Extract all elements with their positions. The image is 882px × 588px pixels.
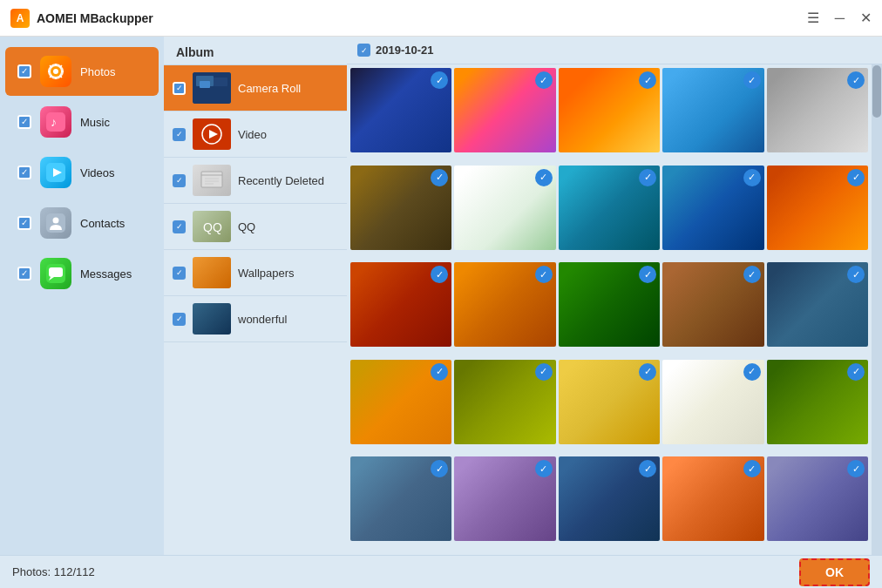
photo-cell[interactable]: ✓ xyxy=(559,262,660,347)
album-item-video[interactable]: Video xyxy=(164,112,347,158)
main-layout: Photos ♪ Music Videos xyxy=(0,37,882,555)
qq-label: QQ xyxy=(238,220,255,233)
photo-cell[interactable]: ✓ xyxy=(559,360,660,444)
video-label: Video xyxy=(238,128,267,141)
camera-roll-check xyxy=(173,82,186,95)
titlebar-controls: ☰ ─ ✕ xyxy=(807,11,872,25)
photo-cell[interactable]: ✓ xyxy=(767,262,868,347)
sidebar-item-messages[interactable]: Messages xyxy=(5,249,159,298)
photo-check-badge: ✓ xyxy=(743,266,761,283)
scrollbar-track[interactable] xyxy=(872,64,882,555)
photo-check-badge: ✓ xyxy=(431,460,448,477)
wonderful-label: wonderful xyxy=(238,313,287,326)
sidebar-item-photos[interactable]: Photos xyxy=(5,47,159,96)
menu-icon[interactable]: ☰ xyxy=(807,11,819,25)
wallpapers-check xyxy=(173,267,186,280)
sidebar-item-contacts[interactable]: Contacts xyxy=(5,199,159,247)
photo-check-badge: ✓ xyxy=(535,71,553,89)
photo-check-badge: ✓ xyxy=(847,460,865,477)
camera-roll-thumb xyxy=(193,72,231,104)
photo-check-badge: ✓ xyxy=(535,363,553,381)
status-text: Photos: 112/112 xyxy=(12,565,95,578)
photo-cell[interactable]: ✓ xyxy=(767,68,868,152)
photo-cell[interactable]: ✓ xyxy=(350,456,451,541)
photo-check-badge: ✓ xyxy=(639,169,656,186)
album-panel-header: Album xyxy=(164,37,347,65)
photo-cell[interactable]: ✓ xyxy=(767,360,868,444)
photo-cell[interactable]: ✓ xyxy=(559,68,660,152)
photo-panel-header: 2019-10-21 xyxy=(347,37,882,64)
photo-cell[interactable]: ✓ xyxy=(350,360,451,444)
photo-check-badge: ✓ xyxy=(743,460,761,477)
photo-cell[interactable]: ✓ xyxy=(559,456,660,541)
photo-grid: ✓ ✓ ✓ ✓ ✓ ✓ ✓ ✓ ✓ ✓ ✓ ✓ ✓ ✓ ✓ ✓ ✓ ✓ xyxy=(347,64,872,555)
svg-rect-23 xyxy=(214,78,227,86)
date-check xyxy=(357,44,370,57)
photo-check-badge: ✓ xyxy=(431,71,448,89)
photo-cell[interactable]: ✓ xyxy=(454,456,555,541)
music-icon: ♪ xyxy=(46,112,65,132)
messages-icon xyxy=(46,264,65,283)
photos-icon-wrap xyxy=(40,56,71,87)
photo-check-badge: ✓ xyxy=(535,266,553,283)
videos-icon-wrap xyxy=(40,157,71,188)
sidebar-photos-label: Photos xyxy=(80,65,115,78)
svg-text:♪: ♪ xyxy=(51,115,57,129)
photo-cell[interactable]: ✓ xyxy=(662,360,763,444)
photo-cell[interactable]: ✓ xyxy=(559,166,660,250)
photo-cell[interactable]: ✓ xyxy=(454,262,555,347)
photos-check xyxy=(17,64,31,78)
messages-check xyxy=(17,267,31,280)
photo-cell[interactable]: ✓ xyxy=(767,456,868,541)
photo-check-badge: ✓ xyxy=(431,363,448,381)
music-check xyxy=(17,115,31,129)
titlebar-left: A AOMEI MBackupper xyxy=(10,9,153,28)
album-item-wonderful[interactable]: wonderful xyxy=(164,296,347,342)
album-item-camera-roll[interactable]: Camera Roll xyxy=(164,65,347,112)
photo-cell[interactable]: ✓ xyxy=(350,262,451,347)
photo-cell[interactable]: ✓ xyxy=(767,166,868,250)
album-item-recently-deleted[interactable]: Recently Deleted xyxy=(164,158,347,204)
svg-rect-18 xyxy=(49,267,63,277)
photo-check-badge: ✓ xyxy=(743,363,761,381)
sidebar-item-music[interactable]: ♪ Music xyxy=(5,98,159,146)
videos-check xyxy=(17,166,31,179)
close-icon[interactable]: ✕ xyxy=(860,11,872,25)
photos-icon xyxy=(47,63,64,80)
qq-thumb: QQ xyxy=(193,211,231,242)
contacts-icon xyxy=(46,213,65,233)
photo-cell[interactable]: ✓ xyxy=(662,456,763,541)
photo-check-badge: ✓ xyxy=(639,460,656,477)
sidebar: Photos ♪ Music Videos xyxy=(0,37,164,555)
videos-icon xyxy=(46,163,65,182)
photo-cell[interactable]: ✓ xyxy=(454,360,555,444)
messages-icon-wrap xyxy=(40,258,71,289)
ok-button[interactable]: OK xyxy=(799,558,870,586)
minimize-icon[interactable]: ─ xyxy=(835,11,845,25)
photo-cell[interactable]: ✓ xyxy=(350,166,451,250)
recently-deleted-label: Recently Deleted xyxy=(238,174,324,187)
album-item-qq[interactable]: QQ QQ xyxy=(164,204,347,250)
photo-check-badge: ✓ xyxy=(743,71,761,89)
qq-thumb-icon: QQ xyxy=(200,214,224,239)
photo-cell[interactable]: ✓ xyxy=(454,68,555,152)
photo-cell[interactable]: ✓ xyxy=(454,166,555,250)
photo-check-badge: ✓ xyxy=(639,363,656,381)
photo-check-badge: ✓ xyxy=(431,169,448,186)
album-item-wallpapers[interactable]: Wallpapers xyxy=(164,250,347,296)
svg-point-2 xyxy=(53,69,58,74)
photo-cell[interactable]: ✓ xyxy=(662,68,763,152)
camera-roll-thumb-svg xyxy=(193,72,231,104)
photo-check-badge: ✓ xyxy=(743,169,761,186)
photo-check-badge: ✓ xyxy=(535,169,553,186)
scrollbar-thumb[interactable] xyxy=(872,65,881,118)
photo-cell[interactable]: ✓ xyxy=(662,262,763,347)
sidebar-item-videos[interactable]: Videos xyxy=(5,148,159,197)
photo-check-badge: ✓ xyxy=(847,363,865,381)
svg-point-16 xyxy=(53,218,59,224)
photo-cell[interactable]: ✓ xyxy=(662,166,763,250)
photo-panel: 2019-10-21 ✓ ✓ ✓ ✓ ✓ ✓ ✓ ✓ ✓ ✓ ✓ ✓ ✓ ✓ xyxy=(347,37,882,555)
wallpapers-thumb xyxy=(193,257,231,288)
date-label: 2019-10-21 xyxy=(376,44,434,57)
photo-cell[interactable]: ✓ xyxy=(350,68,451,152)
